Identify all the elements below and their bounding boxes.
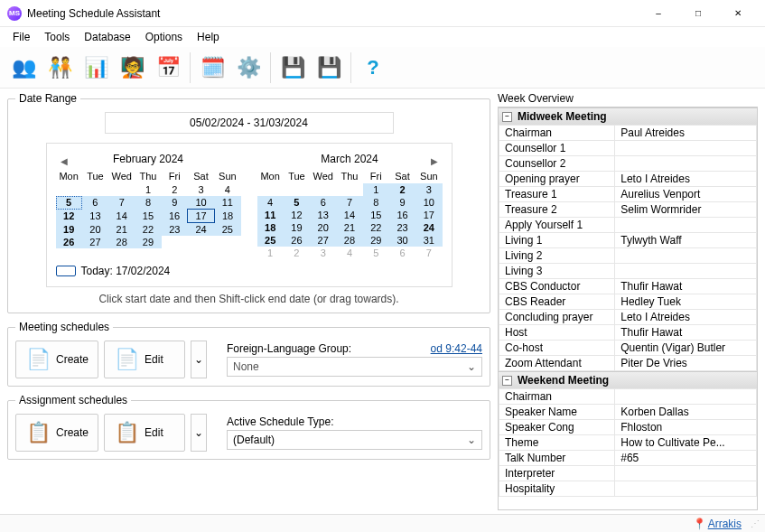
- calendar-day[interactable]: [108, 183, 135, 196]
- calendar-day[interactable]: 4: [257, 196, 284, 209]
- foreign-lang-combo[interactable]: None: [227, 357, 482, 377]
- meeting-edit-button[interactable]: 📄 Edit: [104, 341, 185, 378]
- calendar-day[interactable]: 16: [162, 210, 188, 223]
- calendar-february[interactable]: February 2024 MonTueWedThuFriSatSun12345…: [56, 153, 241, 259]
- calendar-day[interactable]: 11: [257, 209, 284, 221]
- menu-options[interactable]: Options: [138, 29, 190, 45]
- foreign-lang-link[interactable]: od 9:42-44: [431, 342, 482, 355]
- calendar-day[interactable]: 8: [135, 196, 161, 210]
- minimize-button[interactable]: –: [639, 0, 678, 27]
- settings-gear-icon[interactable]: ⚙️: [230, 51, 266, 85]
- calendar-day[interactable]: 25: [257, 234, 284, 247]
- calendar-day[interactable]: [188, 236, 214, 248]
- google-calendar-icon[interactable]: 🗓️: [194, 51, 230, 85]
- calendar-day[interactable]: 5: [56, 196, 82, 210]
- calendar-day[interactable]: 26: [56, 236, 82, 248]
- calendar-day[interactable]: 9: [162, 196, 188, 210]
- calendar-day[interactable]: 3: [188, 183, 214, 196]
- table-row[interactable]: Apply Yourself 1: [499, 218, 757, 233]
- table-row[interactable]: Treasure 1Aurelius Venport: [499, 187, 757, 202]
- calendar-day[interactable]: 23: [389, 221, 415, 234]
- calendar-day[interactable]: 1: [363, 183, 389, 196]
- collapse-icon[interactable]: −: [502, 376, 512, 386]
- calendar-day[interactable]: 3: [310, 247, 336, 259]
- calendar-day[interactable]: 12: [56, 210, 82, 223]
- calendar-day[interactable]: 22: [363, 221, 389, 234]
- table-row[interactable]: Hospitality: [499, 481, 757, 497]
- calendar-day[interactable]: [284, 183, 310, 196]
- calendar-day[interactable]: 24: [415, 221, 442, 234]
- calendar-day[interactable]: 4: [336, 247, 362, 259]
- table-row[interactable]: Counsellor 2: [499, 156, 757, 172]
- calendar-day[interactable]: 15: [363, 209, 389, 221]
- calendar-day[interactable]: 3: [415, 183, 442, 196]
- midweek-header[interactable]: − Midweek Meeting: [499, 107, 757, 125]
- table-row[interactable]: Counsellor 1: [499, 141, 757, 156]
- calendar-day[interactable]: 6: [82, 196, 108, 210]
- calendar-day[interactable]: 2: [389, 183, 415, 196]
- menu-file[interactable]: File: [5, 29, 37, 45]
- calendar-day[interactable]: 6: [310, 196, 336, 209]
- calendar-day[interactable]: 8: [363, 196, 389, 209]
- active-schedule-combo[interactable]: (Default): [227, 430, 482, 450]
- table-row[interactable]: Zoom AttendantPiter De Vries: [499, 356, 757, 371]
- calendar-day[interactable]: [310, 183, 336, 196]
- calendar-day[interactable]: 2: [162, 183, 188, 196]
- calendar-day[interactable]: 29: [135, 236, 161, 248]
- calendar-day[interactable]: 17: [188, 210, 214, 223]
- table-row[interactable]: ChairmanPaul Atreides: [499, 126, 757, 141]
- calendar-day[interactable]: 4: [214, 183, 240, 196]
- today-indicator[interactable]: Today: 17/02/2024: [56, 265, 443, 277]
- assignment-edit-button[interactable]: 📋 Edit: [104, 414, 185, 452]
- calendar-day[interactable]: 27: [82, 236, 108, 248]
- table-row[interactable]: Concluding prayerLeto I Atreides: [499, 310, 757, 325]
- calendar-day[interactable]: 27: [310, 234, 336, 247]
- calendar-day[interactable]: [214, 236, 240, 248]
- menu-database[interactable]: Database: [77, 29, 137, 45]
- calendar-day[interactable]: 10: [415, 196, 442, 209]
- students-icon[interactable]: 🧑‍🤝‍🧑: [42, 51, 78, 85]
- maximize-button[interactable]: □: [678, 0, 718, 27]
- table-row[interactable]: Treasure 2Selim Wormrider: [499, 202, 757, 218]
- table-row[interactable]: HostThufir Hawat: [499, 325, 757, 341]
- calendar-day[interactable]: 2: [284, 247, 310, 259]
- calendar-day[interactable]: 20: [310, 221, 336, 234]
- calendar-day[interactable]: [56, 183, 82, 196]
- calendar-day[interactable]: 26: [284, 234, 310, 247]
- close-button[interactable]: ✕: [718, 0, 758, 27]
- save-floppy-down-icon[interactable]: 💾: [275, 51, 311, 85]
- menu-help[interactable]: Help: [190, 29, 227, 45]
- calendar-day[interactable]: [82, 183, 108, 196]
- calendar-day[interactable]: 7: [336, 196, 362, 209]
- calendar-day[interactable]: 14: [108, 210, 135, 223]
- location-link[interactable]: Arrakis: [708, 518, 742, 530]
- menu-tools[interactable]: Tools: [37, 29, 77, 45]
- help-icon[interactable]: ?: [355, 51, 391, 85]
- table-row[interactable]: Speaker NameKorben Dallas: [499, 405, 757, 420]
- calendar-day[interactable]: 1: [257, 247, 284, 259]
- calendar-day[interactable]: 5: [284, 196, 310, 209]
- week-overview-box[interactable]: − Midweek Meeting ChairmanPaul AtreidesC…: [498, 107, 758, 510]
- calendar-day[interactable]: 31: [415, 234, 442, 247]
- table-row[interactable]: Living 1Tylwyth Waff: [499, 233, 757, 248]
- calendar-day[interactable]: 28: [108, 236, 135, 248]
- table-row[interactable]: Opening prayerLeto I Atreides: [499, 172, 757, 187]
- calendar-day[interactable]: 7: [415, 247, 442, 259]
- calendar-day[interactable]: 24: [188, 223, 214, 237]
- calendar-day[interactable]: [336, 183, 362, 196]
- calendar-day[interactable]: 20: [82, 223, 108, 237]
- assignment-create-button[interactable]: 📋 Create: [15, 414, 98, 452]
- calendar-day[interactable]: 14: [336, 209, 362, 221]
- schedule-icon[interactable]: 📅: [150, 51, 186, 85]
- collapse-icon[interactable]: −: [502, 112, 512, 122]
- calendar-day[interactable]: 6: [389, 247, 415, 259]
- calendar-day[interactable]: 7: [108, 196, 135, 210]
- calendar-day[interactable]: 5: [363, 247, 389, 259]
- table-row[interactable]: Chairman: [499, 389, 757, 405]
- report-icon[interactable]: 📊: [78, 51, 114, 85]
- calendar-day[interactable]: 11: [214, 196, 240, 210]
- calendar-day[interactable]: [162, 236, 188, 248]
- calendar-day[interactable]: 13: [82, 210, 108, 223]
- calendar-day[interactable]: 19: [284, 221, 310, 234]
- calendar-day[interactable]: 21: [108, 223, 135, 237]
